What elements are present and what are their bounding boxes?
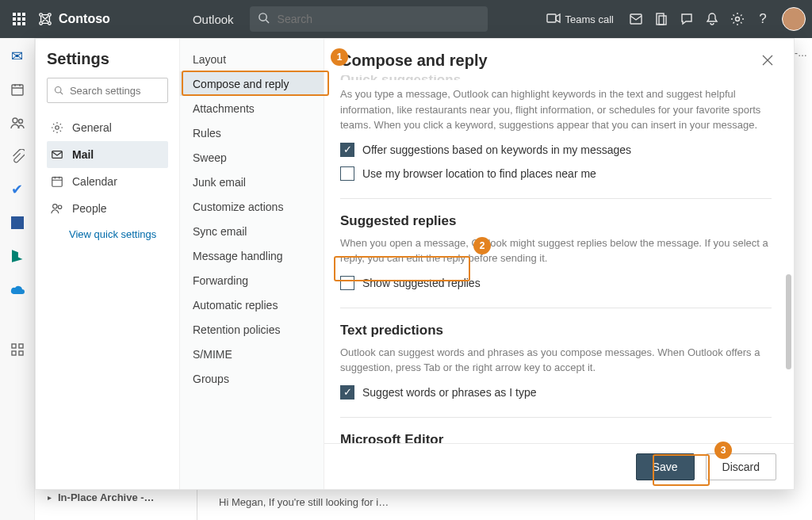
settings-modal: Settings General Mail Calendar People [35, 38, 795, 490]
sub-sweep[interactable]: Sweep [180, 145, 324, 170]
sub-junk[interactable]: Junk email [180, 170, 324, 194]
view-quick-settings-link[interactable]: View quick settings [47, 228, 168, 240]
cb-offer-suggestions[interactable]: Offer suggestions based on keywords in m… [340, 143, 772, 157]
cat-general[interactable]: General [47, 114, 168, 141]
scrollbar-thumb[interactable] [786, 274, 791, 369]
svg-point-9 [736, 17, 740, 21]
cat-calendar[interactable]: Calendar [47, 168, 168, 195]
svg-point-2 [40, 22, 43, 25]
sub-layout[interactable]: Layout [180, 47, 324, 71]
people-rail-icon[interactable] [9, 114, 26, 132]
close-button[interactable] [757, 50, 778, 71]
cb-show-suggested-replies[interactable]: Show suggested replies [340, 276, 772, 290]
settings-categories: Settings General Mail Calendar People [36, 39, 180, 489]
video-icon [546, 13, 561, 26]
settings-title: Settings [47, 50, 168, 68]
suggested-replies-title: Suggested replies [340, 213, 772, 229]
help-icon[interactable]: ? [755, 11, 771, 27]
cat-general-label: General [72, 121, 112, 134]
chevron-right-icon: ▸ [48, 493, 52, 502]
sub-forwarding[interactable]: Forwarding [180, 268, 324, 292]
sub-smime[interactable]: S/MIME [180, 342, 324, 366]
cat-mail-label: Mail [72, 148, 94, 161]
settings-search[interactable] [47, 78, 168, 103]
word-rail-icon[interactable] [9, 214, 26, 231]
cat-mail[interactable]: Mail [47, 141, 168, 168]
app-launcher-icon[interactable] [6, 6, 32, 32]
sub-sync[interactable]: Sync email [180, 219, 324, 243]
svg-rect-5 [547, 14, 556, 22]
suite-bar: Contoso Outlook Teams call ? [0, 0, 812, 38]
sub-attachments[interactable]: Attachments [180, 96, 324, 120]
detail-title: Compose and reply [340, 52, 488, 70]
sub-customize[interactable]: Customize actions [180, 194, 324, 219]
svg-point-0 [40, 13, 43, 17]
app-name: Outlook [193, 13, 234, 26]
bing-rail-icon[interactable] [9, 247, 26, 265]
gear-icon[interactable] [730, 11, 745, 27]
svg-rect-14 [19, 344, 23, 348]
todo-rail-icon[interactable]: ✔ [9, 181, 26, 198]
cb-offer-suggestions-label: Offer suggestions based on keywords in m… [362, 143, 631, 156]
calendar-rail-icon[interactable] [9, 81, 26, 98]
mail-rail-icon[interactable]: ✉ [9, 48, 26, 65]
save-button[interactable]: Save [636, 453, 695, 480]
cb-browser-location[interactable]: Use my browser location to find places n… [340, 166, 772, 181]
cat-calendar-label: Calendar [72, 175, 117, 188]
badge-1: 1 [331, 48, 348, 66]
checkbox-icon [340, 166, 354, 181]
svg-point-11 [13, 118, 17, 123]
sub-autoreplies[interactable]: Automatic replies [180, 292, 324, 317]
folder-item[interactable]: ▸ In-Place Archive -… [48, 491, 155, 503]
gear-icon [50, 120, 64, 135]
svg-rect-7 [657, 13, 664, 25]
sub-handling[interactable]: Message handling [180, 243, 324, 268]
svg-point-1 [48, 13, 52, 17]
people-icon [50, 201, 64, 216]
meet-now-icon[interactable] [628, 11, 644, 27]
close-icon [762, 55, 773, 66]
files-icon[interactable] [653, 11, 669, 27]
brand: Contoso [38, 12, 110, 26]
search-icon [258, 12, 270, 27]
settings-search-input[interactable] [70, 85, 161, 97]
folder-label: In-Place Archive -… [58, 491, 155, 503]
bell-icon[interactable] [704, 11, 720, 27]
cb-text-predictions[interactable]: Suggest words or phrases as I type [340, 385, 772, 400]
cutoff-section-title: Quick suggestions [340, 75, 772, 80]
quick-sugg-desc: As you type a message, Outlook can highl… [340, 86, 772, 133]
onedrive-rail-icon[interactable] [9, 281, 26, 298]
checkbox-icon [340, 143, 354, 157]
global-search-input[interactable] [278, 13, 480, 25]
svg-point-22 [58, 205, 61, 208]
text-predictions-desc: Outlook can suggest words and phrases as… [340, 345, 772, 376]
sub-rules[interactable]: Rules [180, 120, 324, 145]
svg-point-17 [55, 87, 60, 93]
brand-label: Contoso [59, 12, 110, 26]
attach-rail-icon[interactable] [9, 147, 26, 165]
cat-people[interactable]: People [47, 195, 168, 222]
badge-2: 2 [473, 237, 491, 254]
svg-rect-15 [12, 351, 16, 355]
svg-point-4 [259, 13, 266, 20]
sub-compose-reply[interactable]: Compose and reply [180, 71, 324, 96]
message-preview: Hi Megan, If you're still looking for i… [219, 496, 389, 508]
svg-rect-13 [12, 344, 16, 348]
cb-browser-location-label: Use my browser location to find places n… [362, 167, 596, 180]
search-icon [54, 85, 63, 96]
sub-retention[interactable]: Retention policies [180, 317, 324, 342]
checkbox-icon [340, 385, 354, 400]
text-predictions-title: Text predictions [340, 323, 772, 338]
discard-button[interactable]: Discard [706, 453, 776, 480]
svg-rect-20 [52, 178, 62, 187]
global-search[interactable] [250, 6, 488, 32]
settings-detail: Compose and reply Quick suggestions As y… [324, 39, 794, 489]
cat-people-label: People [72, 202, 107, 215]
detail-scrollbar[interactable] [786, 66, 791, 438]
teams-call-button[interactable]: Teams call [542, 6, 619, 32]
chat-icon[interactable] [679, 11, 695, 27]
apps-rail-icon[interactable] [9, 341, 26, 358]
checkbox-icon [340, 276, 354, 290]
sub-groups[interactable]: Groups [180, 366, 324, 391]
avatar[interactable] [782, 7, 806, 31]
